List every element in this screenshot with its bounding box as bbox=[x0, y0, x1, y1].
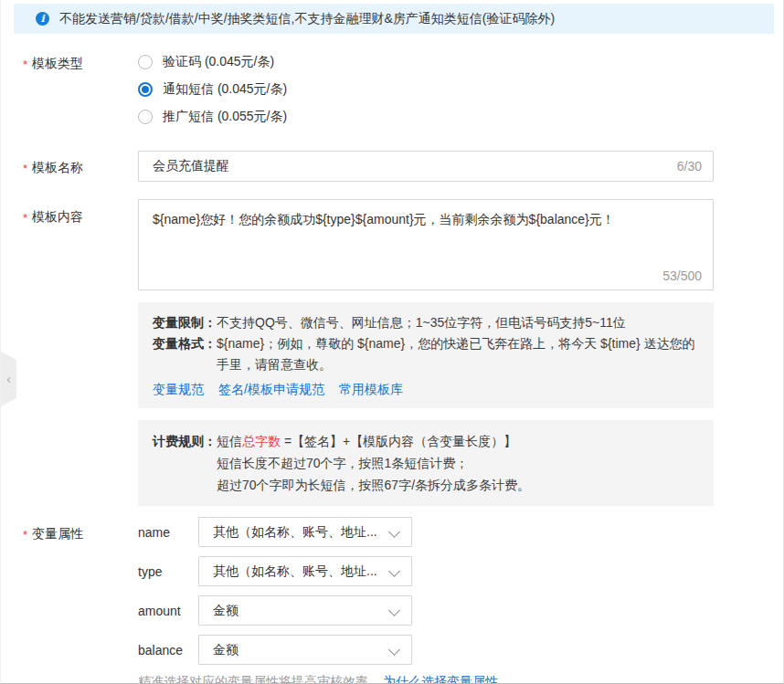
variable-limit-label: 变量限制： bbox=[153, 312, 217, 333]
template-name-input-wrap: 6/30 bbox=[138, 151, 714, 182]
attr-row-name: name 其他（如名称、账号、地址... bbox=[138, 517, 783, 547]
chevron-down-icon bbox=[388, 565, 400, 577]
variable-attrs-label: 变量属性 bbox=[1, 517, 138, 543]
billing-rules-line2: 短信长度不超过70个字，按照1条短信计费； bbox=[217, 452, 699, 474]
billing-rules-line1: 短信总字数 =【签名】+【模版内容（含变量长度）】 bbox=[217, 430, 699, 452]
billing-rules-line3: 超过70个字即为长短信，按照67字/条拆分成多条计费。 bbox=[217, 474, 699, 496]
attr-select-balance[interactable]: 金额 bbox=[198, 635, 412, 665]
template-type-row: 模板类型 验证码 (0.045元/条) 通知短信 (0.045元/条) 推广短信… bbox=[1, 48, 783, 131]
template-type-label: 模板类型 bbox=[1, 48, 138, 73]
variable-format-text: ${name}；例如，尊敬的 ${name}，您的快递已飞奔在路上，将今天 ${… bbox=[217, 333, 699, 375]
billing-line1-red: 总字数 bbox=[242, 434, 281, 448]
attr-select-value: 其他（如名称、账号、地址... bbox=[213, 524, 377, 541]
signature-template-spec-link[interactable]: 签名/模板申请规范 bbox=[218, 380, 324, 398]
attr-var-name: name bbox=[138, 525, 198, 540]
panel-collapse-handle[interactable]: ‹ bbox=[1, 352, 16, 406]
attr-select-type[interactable]: 其他（如名称、账号、地址... bbox=[198, 556, 412, 586]
chevron-down-icon bbox=[388, 644, 400, 656]
attr-hint-text: 精准选择对应的变量属性将提高审核效率。 bbox=[138, 674, 381, 684]
billing-line1-pre: 短信 bbox=[217, 434, 242, 448]
radio-icon[interactable] bbox=[138, 110, 153, 124]
attr-row-amount: amount 金额 bbox=[138, 595, 783, 626]
radio-option-verification-code[interactable]: 验证码 (0.045元/条) bbox=[138, 48, 783, 76]
attr-row-balance: balance 金额 bbox=[138, 635, 783, 665]
template-content-textarea[interactable]: ${name}您好！您的余额成功${type}${amount}元，当前剩余余额… bbox=[139, 200, 713, 289]
attr-hint: 精准选择对应的变量属性将提高审核效率。为什么选择变量属性 bbox=[138, 674, 783, 684]
radio-label: 推广短信 (0.055元/条) bbox=[163, 109, 287, 125]
attr-var-name: amount bbox=[138, 604, 198, 618]
attr-var-name: balance bbox=[138, 643, 198, 658]
template-content-counter: 53/500 bbox=[662, 268, 702, 283]
radio-label: 验证码 (0.045元/条) bbox=[163, 54, 274, 70]
variable-attrs-row: 变量属性 name 其他（如名称、账号、地址... type 其他（如名称、账号… bbox=[1, 517, 783, 684]
attr-var-name: type bbox=[138, 564, 198, 579]
chevron-down-icon bbox=[388, 526, 400, 538]
info-banner: i 不能发送营销/贷款/借款/中奖/抽奖类短信,不支持金融理财&房产通知类短信(… bbox=[14, 4, 774, 34]
variable-spec-link[interactable]: 变量规范 bbox=[153, 380, 204, 398]
template-content-label: 模板内容 bbox=[1, 199, 138, 226]
radio-selected-icon[interactable] bbox=[138, 82, 153, 97]
attr-select-value: 金额 bbox=[213, 603, 238, 619]
why-variable-attr-link[interactable]: 为什么选择变量属性 bbox=[383, 674, 498, 684]
template-name-label: 模板名称 bbox=[1, 151, 138, 177]
attr-select-value: 其他（如名称、账号、地址... bbox=[213, 563, 377, 580]
billing-rules-label: 计费规则： bbox=[153, 430, 217, 452]
radio-option-promotional-sms[interactable]: 推广短信 (0.055元/条) bbox=[138, 103, 783, 131]
radio-icon[interactable] bbox=[138, 55, 153, 69]
billing-rules-box: 计费规则： 短信总字数 =【签名】+【模版内容（含变量长度）】 计费规则： 短信… bbox=[138, 420, 714, 506]
attr-select-amount[interactable]: 金额 bbox=[198, 595, 412, 626]
template-content-row: 模板内容 ${name}您好！您的余额成功${type}${amount}元，当… bbox=[1, 199, 783, 290]
template-name-counter: 6/30 bbox=[677, 159, 702, 174]
sms-template-form-page: i 不能发送营销/贷款/借款/中奖/抽奖类短信,不支持金融理财&房产通知类短信(… bbox=[0, 0, 784, 684]
template-type-options: 验证码 (0.045元/条) 通知短信 (0.045元/条) 推广短信 (0.0… bbox=[138, 48, 783, 131]
radio-option-notification-sms[interactable]: 通知短信 (0.045元/条) bbox=[138, 76, 783, 103]
chevron-down-icon bbox=[388, 605, 400, 616]
attr-select-value: 金额 bbox=[213, 642, 238, 658]
chevron-left-icon: ‹ bbox=[6, 373, 11, 385]
banner-text: 不能发送营销/贷款/借款/中奖/抽奖类短信,不支持金融理财&房产通知类短信(验证… bbox=[59, 11, 555, 27]
attr-select-name[interactable]: 其他（如名称、账号、地址... bbox=[198, 517, 412, 547]
variable-tips-box: 变量限制： 不支持QQ号、微信号、网址信息；1~35位字符，但电话号码支持5~1… bbox=[138, 302, 714, 408]
template-name-input[interactable] bbox=[139, 152, 713, 181]
template-content-textarea-wrap: ${name}您好！您的余额成功${type}${amount}元，当前剩余余额… bbox=[138, 199, 714, 290]
template-name-row: 模板名称 6/30 bbox=[1, 151, 783, 182]
radio-label: 通知短信 (0.045元/条) bbox=[163, 81, 287, 98]
common-template-library-link[interactable]: 常用模板库 bbox=[339, 380, 403, 398]
billing-line1-post: =【签名】+【模版内容（含变量长度）】 bbox=[281, 434, 516, 448]
variable-format-label: 变量格式： bbox=[153, 333, 217, 375]
info-icon: i bbox=[36, 12, 49, 26]
variable-limit-text: 不支持QQ号、微信号、网址信息；1~35位字符，但电话号码支持5~11位 bbox=[217, 312, 699, 333]
attr-row-type: type 其他（如名称、账号、地址... bbox=[138, 556, 783, 586]
